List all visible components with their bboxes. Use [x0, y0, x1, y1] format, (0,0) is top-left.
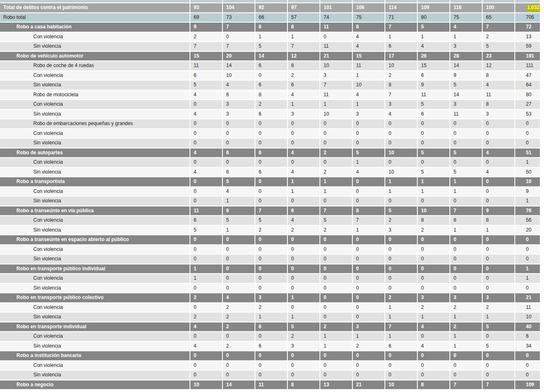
value-cell: 6 — [385, 42, 417, 51]
value-cell: 4 — [352, 90, 385, 100]
value-cell: 0 — [482, 274, 515, 283]
value-cell: 4 — [190, 341, 222, 351]
value-cell: 73 — [222, 13, 255, 23]
row-label: Robo a transeúnte en espacio abierto al … — [0, 235, 190, 245]
value-cell: 0 — [417, 129, 450, 139]
value-cell: 0 — [385, 264, 417, 274]
value-cell: 1 — [287, 100, 320, 109]
value-cell: 0 — [255, 158, 287, 167]
value-cell: 0 — [482, 283, 515, 293]
value-cell: 3 — [222, 100, 255, 109]
value-cell: 2 — [352, 341, 385, 351]
value-cell: 11 — [450, 109, 482, 119]
value-cell: 11 — [417, 90, 450, 100]
value-cell: 2 — [222, 322, 255, 332]
value-cell: 1 — [482, 312, 515, 322]
value-cell: 0 — [450, 158, 482, 167]
value-cell: 7 — [385, 90, 417, 100]
value-cell: 14 — [450, 90, 482, 100]
value-cell: 1 — [320, 332, 352, 341]
value-cell: 0 — [352, 235, 385, 245]
value-cell: 0 — [417, 235, 450, 245]
table-row: Sin violencia4664241055450 — [0, 167, 540, 177]
value-cell: 7 — [255, 206, 287, 216]
value-cell: 0 — [190, 138, 222, 148]
value-cell: 7 — [352, 216, 385, 225]
table-row: Con violencia201104111213 — [0, 32, 540, 42]
value-cell: 0 — [222, 361, 255, 371]
row-total-cell: 1 — [515, 158, 540, 167]
row-label: Con violencia — [0, 332, 190, 341]
table-row: Sin violencia00000000000 — [0, 370, 540, 380]
value-cell: 0 — [417, 158, 450, 167]
value-cell: 0 — [482, 138, 515, 148]
value-cell: 0 — [190, 187, 222, 197]
top-strip-cell — [287, 0, 320, 3]
row-label: Sin violencia — [0, 254, 190, 264]
value-cell: 0 — [482, 196, 515, 206]
value-cell: 2 — [222, 303, 255, 313]
row-total-cell: 40 — [515, 322, 540, 332]
value-cell: 8 — [417, 216, 450, 225]
value-cell: 1 — [352, 158, 385, 167]
value-cell: 0 — [482, 177, 515, 187]
value-cell: 6 — [450, 216, 482, 225]
table-row: Robo a transeúnte en vía pública11676785… — [0, 206, 540, 216]
value-cell: 0 — [385, 138, 417, 148]
value-cell: 3 — [482, 109, 515, 119]
row-total-cell: 0 — [515, 119, 540, 129]
value-cell: 0 — [352, 303, 385, 313]
value-cell: 0 — [255, 119, 287, 129]
value-cell: 0 — [320, 283, 352, 293]
value-cell: 3 — [352, 322, 385, 332]
value-cell: 0 — [287, 158, 320, 167]
value-cell: 0 — [352, 187, 385, 197]
value-cell: 0 — [190, 370, 222, 380]
value-cell: 0 — [255, 283, 287, 293]
value-cell: 0 — [320, 235, 352, 245]
row-total-cell: 21 — [515, 293, 540, 303]
value-cell: 2 — [320, 148, 352, 158]
value-cell: 0 — [385, 235, 417, 245]
value-cell: 11 — [320, 90, 352, 100]
value-cell: 10 — [352, 80, 385, 90]
value-cell: 11 — [255, 380, 287, 390]
value-cell: 0 — [222, 283, 255, 293]
value-cell: 10 — [320, 61, 352, 71]
value-cell: 0 — [320, 245, 352, 255]
value-cell: 0 — [255, 235, 287, 245]
value-cell: 0 — [255, 138, 287, 148]
crime-table-body: Total de delitos contra el patrimonio931… — [0, 0, 540, 390]
value-cell: 0 — [255, 196, 287, 206]
table-row: Sin violencia00000000000 — [0, 138, 540, 148]
row-total-cell: 64 — [515, 80, 540, 90]
value-cell: 0 — [255, 370, 287, 380]
row-label: Robo de vehículo automotor — [0, 51, 190, 61]
value-cell: 0 — [190, 177, 222, 187]
value-cell: 2 — [482, 303, 515, 313]
value-cell: 0 — [320, 361, 352, 371]
value-cell: 6 — [255, 61, 287, 71]
row-total-cell: 0 — [515, 138, 540, 148]
row-total-cell: 0 — [515, 254, 540, 264]
table-row: Robo de motocicleta4684114711141180 — [0, 90, 540, 100]
row-total-cell: 0 — [515, 283, 540, 293]
value-cell: 0 — [352, 129, 385, 139]
value-cell: 1 — [385, 177, 417, 187]
row-label: Robo a transeúnte en vía pública — [0, 206, 190, 216]
table-row: Sin violencia512221321120 — [0, 225, 540, 235]
value-cell: 4 — [222, 293, 255, 303]
value-cell: 7 — [450, 380, 482, 390]
value-cell: 0 — [482, 129, 515, 139]
row-label: Con violencia — [0, 71, 190, 81]
value-cell: 0 — [417, 245, 450, 255]
value-cell: 8 — [352, 22, 385, 32]
row-total-cell: 191 — [515, 51, 540, 61]
value-cell: 0 — [385, 245, 417, 255]
value-cell: 5 — [255, 216, 287, 225]
table-row: Con violencia6100231269847 — [0, 71, 540, 81]
row-total-cell: 1 — [515, 264, 540, 274]
value-cell: 65 — [482, 13, 515, 23]
value-cell: 14 — [222, 380, 255, 390]
value-cell: 14 — [222, 61, 255, 71]
